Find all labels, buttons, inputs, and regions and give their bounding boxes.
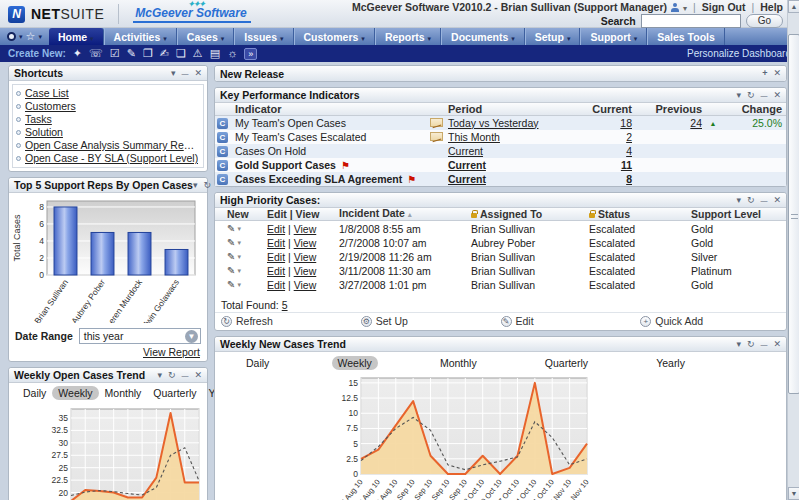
user-icon[interactable] [671,3,679,12]
new-record-pen-icon[interactable] [227,279,235,290]
tab-sales-tools[interactable]: Sales Tools [647,28,725,45]
tab-issues[interactable]: Issues [234,28,293,45]
kpi-period-link[interactable]: Today vs Yesterday [448,118,538,129]
edit-link[interactable]: Edit [267,251,285,263]
panel-close-icon[interactable] [773,69,781,78]
recent-records-icon[interactable] [7,32,16,41]
panel-minimize-icon[interactable] [760,340,767,349]
chevron-down-icon[interactable]: ▾ [237,266,241,276]
favorites-star-icon[interactable]: ☆ [26,32,36,41]
panel-menu-icon[interactable] [171,69,176,78]
personalize-dashboard-link[interactable]: Personalize Dashboard [687,48,791,59]
chevron-down-icon[interactable]: ▾ [19,33,23,41]
edit-link[interactable]: Edit [267,279,285,291]
panel-refresh-icon[interactable] [168,371,176,380]
panel-minimize-icon[interactable] [181,69,188,78]
kpi-period-link[interactable]: Current [448,174,486,185]
panel-refresh-icon[interactable] [747,91,755,100]
tab-reports[interactable]: Reports [375,28,441,45]
customer-icon[interactable]: ✎ [127,48,136,59]
tab-setup[interactable]: Setup [525,28,581,45]
idea-icon[interactable]: ☼ [227,48,237,59]
new-record-pen-icon[interactable] [227,223,235,234]
view-link[interactable]: View [294,265,317,277]
panel-minimize-icon[interactable] [760,196,767,205]
panel-menu-icon[interactable] [193,181,198,190]
chevron-down-icon[interactable]: ▾ [237,224,241,234]
panel-minimize-icon[interactable] [760,91,767,100]
trend-tab-monthly[interactable]: Monthly [434,356,483,370]
issue-icon[interactable]: ⚠ [193,48,203,59]
panel-close-icon[interactable] [773,196,781,205]
column-assigned-to[interactable]: Assigned To [480,209,542,219]
new-record-pen-icon[interactable] [227,251,235,262]
trend-tab-quarterly[interactable]: Quarterly [147,386,202,400]
view-link[interactable]: View [294,237,317,249]
solution-icon[interactable]: ▤ [210,48,220,59]
tab-cases[interactable]: Cases [177,28,234,45]
shortcut-solution[interactable]: Solution [25,126,63,139]
view-link[interactable]: View [294,251,317,263]
kpi-period-link[interactable]: This Month [448,132,500,143]
view-link[interactable]: View [294,223,317,235]
shortcut-customers[interactable]: Customers [25,100,76,113]
contact-icon[interactable]: ✦ [73,48,82,59]
vertical-scrollbar[interactable]: ▲ ▼ [787,0,799,500]
search-input[interactable] [641,14,741,28]
panel-close-icon[interactable] [194,371,202,380]
sign-out-link[interactable]: Sign Out [702,1,746,13]
chevron-down-icon[interactable]: ▾ [237,252,241,262]
go-button[interactable]: Go [746,14,783,28]
kpi-previous-link[interactable]: 24 [690,117,702,129]
new-record-pen-icon[interactable] [227,265,235,276]
tab-activities[interactable]: Activities [104,28,177,45]
more-icons-button[interactable]: » [244,48,257,60]
kpi-icon[interactable] [217,160,228,171]
panel-minimize-icon[interactable] [181,371,188,380]
edit-link[interactable]: Edit [267,237,285,249]
panel-refresh-icon[interactable] [747,196,755,205]
help-link[interactable]: Help [760,1,783,13]
edit-link[interactable]: Edit [267,223,285,235]
quick-add-button[interactable]: +Quick Add [640,315,780,327]
view-link[interactable]: View [294,279,317,291]
column-status[interactable]: Status [598,209,630,219]
total-found-value-link[interactable]: 5 [282,299,288,311]
chevron-down-icon[interactable]: ▾ [237,238,241,248]
shortcut-open-case-by-sla[interactable]: Open Case - BY SLA (Support Level) [25,152,198,165]
scroll-down-icon[interactable]: ▼ [788,487,799,500]
kpi-current-link[interactable]: 2 [626,131,632,143]
kpi-icon[interactable] [217,174,228,185]
kpi-current-link[interactable]: 18 [620,117,632,129]
trend-tab-quarterly[interactable]: Quarterly [539,356,594,370]
edit-link[interactable]: Edit [267,265,285,277]
shortcut-tasks[interactable]: Tasks [25,113,52,126]
tab-documents[interactable]: Documents [441,28,525,45]
refresh-button[interactable]: ↻Refresh [221,315,361,327]
trend-tab-monthly[interactable]: Monthly [99,386,148,400]
trend-tab-yearly[interactable]: Yearly [650,356,691,370]
chevron-down-icon[interactable] [683,1,687,13]
panel-expand-icon[interactable] [762,69,767,78]
shortcut-open-case-analysis[interactable]: Open Case Analysis Summary Report [25,139,200,152]
panel-refresh-icon[interactable] [203,181,211,190]
column-incident-date[interactable]: Incident Date [339,207,405,219]
trend-tab-weekly[interactable]: Weekly [52,386,98,400]
kpi-current-link[interactable]: 11 [621,159,632,171]
case-icon[interactable]: ✍ [160,48,169,59]
panel-close-icon[interactable] [194,69,202,78]
set-up-button[interactable]: ⚙Set Up [361,315,501,327]
chevron-down-icon[interactable]: ▾ [38,33,42,41]
panel-menu-icon[interactable] [736,91,741,100]
chevron-down-icon[interactable]: ▾ [237,280,241,290]
filter-funnel-icon[interactable]: ▼ [185,330,198,343]
scrollbar-thumb[interactable] [788,34,799,394]
phone-call-icon[interactable]: ☏ [89,48,103,59]
shortcut-case-list[interactable]: Case List [25,87,69,100]
trend-tab-daily[interactable]: Daily [240,356,275,370]
event-icon[interactable]: ❐ [143,48,153,59]
sparkline-chart-icon[interactable] [430,118,443,127]
panel-menu-icon[interactable] [157,371,162,380]
kpi-period-link[interactable]: Current [448,160,486,171]
scroll-up-icon[interactable]: ▲ [788,0,799,13]
